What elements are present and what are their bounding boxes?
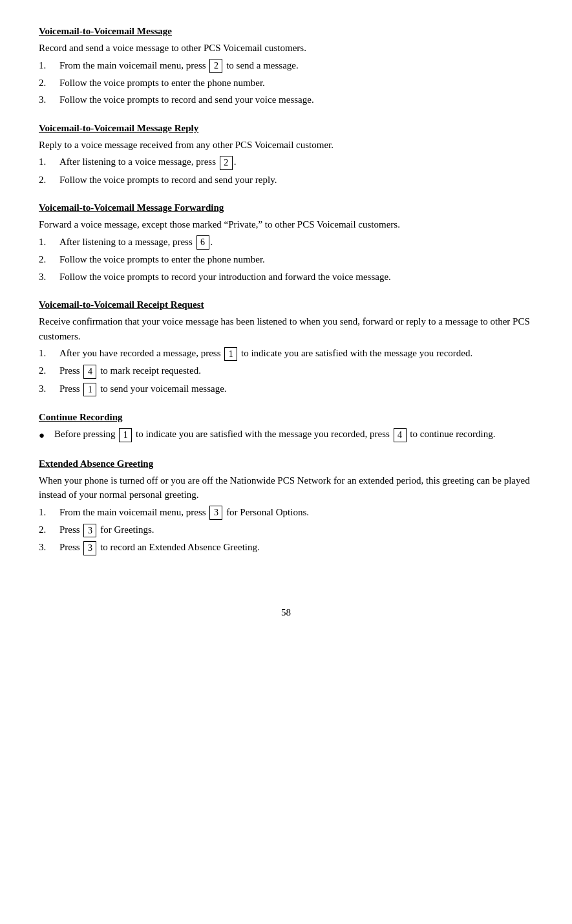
list-number: 1. <box>39 346 59 361</box>
list-item: 2. Press 3 for Greetings. <box>39 522 533 537</box>
list-item: 3. Press 3 to record an Extended Absence… <box>39 540 533 555</box>
list-number: 2. <box>39 252 59 267</box>
list-content: Press 3 to record an Extended Absence Gr… <box>59 540 533 555</box>
section-body-v2v-message: Record and send a voice message to other… <box>39 41 533 56</box>
key-6: 6 <box>196 235 209 250</box>
list-v2v-reply: 1. After listening to a voice message, p… <box>39 155 533 187</box>
list-number: 2. <box>39 363 59 378</box>
list-extended-absence: 1. From the main voicemail menu, press 3… <box>39 505 533 555</box>
list-number: 1. <box>39 235 59 250</box>
section-v2v-forwarding: Voicemail-to-Voicemail Message Forwardin… <box>39 202 533 284</box>
list-continue-recording: ● Before pressing 1 to indicate you are … <box>39 427 533 443</box>
list-v2v-message: 1. From the main voicemail menu, press 2… <box>39 58 533 107</box>
list-content: After you have recorded a message, press… <box>59 346 533 361</box>
section-body-v2v-receipt: Receive confirmation that your voice mes… <box>39 314 533 343</box>
section-body-v2v-forwarding: Forward a voice message, except those ma… <box>39 217 533 232</box>
list-content: Press 1 to send your voicemail message. <box>59 381 533 396</box>
page-number: 58 <box>39 607 533 618</box>
bullet-content: Before pressing 1 to indicate you are sa… <box>54 427 533 442</box>
section-v2v-reply: Voicemail-to-Voicemail Message Reply Rep… <box>39 123 533 187</box>
list-v2v-forwarding: 1. After listening to a message, press 6… <box>39 235 533 284</box>
list-number: 3. <box>39 270 59 285</box>
section-title-v2v-forwarding: Voicemail-to-Voicemail Message Forwardin… <box>39 202 533 213</box>
section-title-v2v-receipt: Voicemail-to-Voicemail Receipt Request <box>39 299 533 310</box>
section-title-v2v-message: Voicemail-to-Voicemail Message <box>39 26 533 37</box>
key-3: 3 <box>209 506 222 520</box>
key-1: 1 <box>83 383 96 397</box>
section-extended-absence: Extended Absence Greeting When your phon… <box>39 458 533 555</box>
key-2: 2 <box>209 59 222 73</box>
list-number: 2. <box>39 522 59 537</box>
list-number: 1. <box>39 155 59 169</box>
bullet-dot: ● <box>39 427 54 443</box>
key-3: 3 <box>83 541 96 555</box>
list-content: Press 3 for Greetings. <box>59 522 533 537</box>
list-number: 3. <box>39 381 59 396</box>
list-content: After listening to a message, press 6. <box>59 235 533 250</box>
list-item: 1. After listening to a voice message, p… <box>39 155 533 169</box>
list-item: 2. Follow the voice prompts to record an… <box>39 173 533 188</box>
list-item: ● Before pressing 1 to indicate you are … <box>39 427 533 443</box>
list-content: From the main voicemail menu, press 2 to… <box>59 58 533 73</box>
list-item: 1. From the main voicemail menu, press 2… <box>39 58 533 73</box>
section-title-continue-recording: Continue Recording <box>39 412 533 423</box>
section-body-extended-absence: When your phone is turned off or you are… <box>39 473 533 502</box>
list-content: After listening to a voice message, pres… <box>59 155 533 169</box>
list-item: 2. Follow the voice prompts to enter the… <box>39 252 533 267</box>
list-content: Follow the voice prompts to record and s… <box>59 173 533 188</box>
list-content: Follow the voice prompts to enter the ph… <box>59 252 533 267</box>
list-number: 1. <box>39 58 59 73</box>
section-v2v-message: Voicemail-to-Voicemail Message Record an… <box>39 26 533 107</box>
key-2: 2 <box>220 156 233 170</box>
list-content: Follow the voice prompts to record your … <box>59 270 533 285</box>
list-item: 2. Follow the voice prompts to enter the… <box>39 76 533 91</box>
list-item: 2. Press 4 to mark receipt requested. <box>39 363 533 378</box>
page-content: Voicemail-to-Voicemail Message Record an… <box>39 26 533 618</box>
section-v2v-receipt: Voicemail-to-Voicemail Receipt Request R… <box>39 299 533 396</box>
list-item: 3. Press 1 to send your voicemail messag… <box>39 381 533 396</box>
list-item: 3. Follow the voice prompts to record yo… <box>39 270 533 285</box>
key-4: 4 <box>394 428 407 442</box>
key-4: 4 <box>83 365 96 379</box>
list-number: 3. <box>39 540 59 555</box>
list-item: 1. After you have recorded a message, pr… <box>39 346 533 361</box>
list-number: 1. <box>39 505 59 520</box>
list-v2v-receipt: 1. After you have recorded a message, pr… <box>39 346 533 396</box>
key-1: 1 <box>119 428 132 442</box>
list-item: 3. Follow the voice prompts to record an… <box>39 92 533 107</box>
list-number: 2. <box>39 76 59 91</box>
list-item: 1. After listening to a message, press 6… <box>39 235 533 250</box>
section-body-v2v-reply: Reply to a voice message received from a… <box>39 138 533 153</box>
key-1: 1 <box>224 347 237 361</box>
list-content: Press 4 to mark receipt requested. <box>59 363 533 378</box>
section-title-extended-absence: Extended Absence Greeting <box>39 458 533 469</box>
list-number: 3. <box>39 92 59 107</box>
list-item: 1. From the main voicemail menu, press 3… <box>39 505 533 520</box>
key-3: 3 <box>83 524 96 538</box>
section-title-v2v-reply: Voicemail-to-Voicemail Message Reply <box>39 123 533 134</box>
list-content: From the main voicemail menu, press 3 fo… <box>59 505 533 520</box>
list-number: 2. <box>39 173 59 188</box>
list-content: Follow the voice prompts to enter the ph… <box>59 76 533 91</box>
section-continue-recording: Continue Recording ● Before pressing 1 t… <box>39 412 533 443</box>
list-content: Follow the voice prompts to record and s… <box>59 92 533 107</box>
